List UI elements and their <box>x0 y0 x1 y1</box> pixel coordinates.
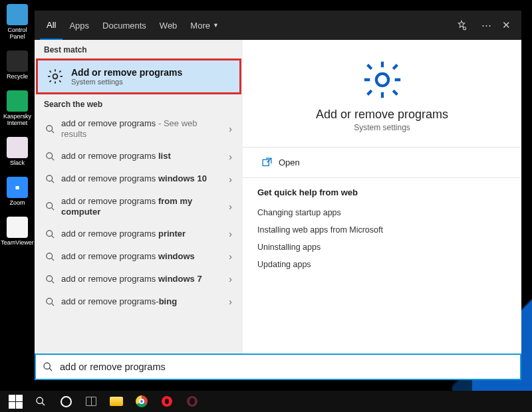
web-search-suggestion[interactable]: add or remove programs-bing › <box>35 290 243 313</box>
chrome-icon[interactable] <box>129 391 154 412</box>
svg-point-8 <box>46 275 52 281</box>
open-label: Open <box>279 157 300 167</box>
suggestion-text: add or remove programs windows 7 <box>61 274 225 284</box>
svg-point-0 <box>464 27 466 30</box>
desktop-icon-label: TeamViewer <box>1 239 33 246</box>
chevron-right-icon[interactable]: › <box>225 174 236 185</box>
app-icon <box>7 90 28 112</box>
open-icon <box>259 157 275 168</box>
tab-more[interactable]: More▼ <box>184 11 225 40</box>
file-explorer-icon[interactable] <box>104 391 129 412</box>
taskbar-search-icon[interactable] <box>28 391 53 412</box>
search-input[interactable] <box>60 361 520 372</box>
results-left-pane: Best match Add or remove programs System… <box>35 40 243 354</box>
tab-web[interactable]: Web <box>153 11 184 40</box>
app-icon <box>7 51 28 72</box>
search-icon <box>44 296 56 308</box>
svg-point-12 <box>44 363 50 369</box>
search-icon <box>44 173 56 185</box>
desktop-icon-label: Slack <box>10 159 25 166</box>
gear-icon <box>46 67 65 86</box>
svg-point-13 <box>37 397 43 403</box>
desktop-icon-label: Recycle <box>7 73 28 80</box>
svg-point-10 <box>376 74 388 86</box>
app-icon: ▪ <box>7 177 28 198</box>
tab-documents[interactable]: Documents <box>96 11 153 40</box>
desktop-icon[interactable]: ▪Zoom <box>3 177 32 206</box>
tab-label: All <box>47 20 56 30</box>
search-icon <box>44 201 56 213</box>
quick-help-link[interactable]: Uninstalling apps <box>257 239 507 256</box>
quick-help-heading: Get quick help from web <box>257 178 507 204</box>
close-icon[interactable]: ✕ <box>496 19 516 31</box>
suggestion-text: add or remove programs list <box>61 151 225 161</box>
cortana-icon[interactable] <box>53 391 78 412</box>
tab-apps[interactable]: Apps <box>63 11 96 40</box>
desktop-icon-label: Control Panel <box>3 27 32 40</box>
desktop-icon[interactable]: Kaspersky Internet <box>3 90 32 126</box>
web-search-suggestion[interactable]: add or remove programs from my computer … <box>35 191 243 223</box>
more-options-icon[interactable]: ⋯ <box>476 19 496 31</box>
best-match-title: Add or remove programs <box>71 67 182 78</box>
chevron-down-icon: ▼ <box>213 22 219 29</box>
web-search-suggestion[interactable]: add or remove programs windows 7 › <box>35 268 243 290</box>
suggestion-text: add or remove programs-bing <box>61 296 225 307</box>
suggestion-text: add or remove programs windows 10 <box>61 173 225 184</box>
svg-point-5 <box>46 203 52 209</box>
chevron-right-icon[interactable]: › <box>225 152 236 162</box>
chevron-right-icon[interactable]: › <box>225 124 236 134</box>
svg-point-3 <box>46 153 52 159</box>
app-icon <box>7 217 28 238</box>
best-match-result[interactable]: Add or remove programs System settings <box>36 58 241 94</box>
tab-all[interactable]: All <box>40 11 63 40</box>
open-action[interactable]: Open <box>257 148 507 177</box>
taskbar <box>0 391 532 412</box>
gear-icon <box>361 58 404 101</box>
chevron-right-icon[interactable]: › <box>225 229 236 239</box>
desktop-icon[interactable]: TeamViewer <box>3 217 32 246</box>
suggestion-text: add or remove programs - See web results <box>61 118 225 140</box>
tab-label: Apps <box>69 21 89 31</box>
chevron-right-icon[interactable]: › <box>225 201 236 212</box>
opera-icon[interactable] <box>154 391 180 412</box>
search-icon <box>44 228 56 240</box>
best-match-subtitle: System settings <box>71 78 182 86</box>
chevron-right-icon[interactable]: › <box>225 296 236 307</box>
best-match-label: Best match <box>35 40 243 58</box>
search-bar[interactable] <box>35 354 521 380</box>
app-icon <box>7 137 28 158</box>
details-right-pane: Add or remove programs System settings O… <box>243 40 521 354</box>
chevron-right-icon[interactable]: › <box>225 274 236 284</box>
search-icon <box>44 123 56 135</box>
desktop-icon[interactable]: Control Panel <box>3 4 32 40</box>
quick-help-link[interactable]: Installing web apps from Microsoft <box>257 221 507 239</box>
suggestion-text: add or remove programs printer <box>61 229 225 239</box>
web-search-suggestion[interactable]: add or remove programs windows › <box>35 245 243 268</box>
desktop-icon[interactable]: Recycle <box>3 51 32 80</box>
quick-help-link[interactable]: Updating apps <box>257 256 507 273</box>
web-search-suggestion[interactable]: add or remove programs - See web results… <box>35 113 243 146</box>
web-search-suggestion[interactable]: add or remove programs printer › <box>35 223 243 245</box>
web-search-label: Search the web <box>35 94 243 113</box>
start-button[interactable] <box>3 391 28 412</box>
desktop-icon[interactable]: Slack <box>3 137 32 166</box>
search-icon <box>44 251 56 262</box>
task-view-icon[interactable] <box>78 391 104 412</box>
tab-label: More <box>190 21 210 31</box>
svg-point-9 <box>46 298 52 304</box>
svg-point-1 <box>53 74 58 79</box>
suggestion-text: add or remove programs from my computer <box>61 196 225 218</box>
svg-point-6 <box>46 230 52 236</box>
web-search-suggestion[interactable]: add or remove programs list › <box>35 146 243 168</box>
search-icon <box>44 151 56 163</box>
search-tabs: AllAppsDocumentsWebMore▼ ⋯ ✕ <box>35 11 521 40</box>
quick-help-link[interactable]: Changing startup apps <box>257 204 507 221</box>
feedback-icon[interactable] <box>456 20 476 31</box>
chevron-right-icon[interactable]: › <box>225 251 236 262</box>
opera-gx-icon[interactable] <box>180 391 205 412</box>
desktop-icon-label: Zoom <box>9 199 25 206</box>
svg-point-7 <box>46 253 52 258</box>
web-search-suggestion[interactable]: add or remove programs windows 10 › <box>35 168 243 191</box>
suggestion-text: add or remove programs windows <box>61 251 225 262</box>
svg-rect-11 <box>263 159 269 165</box>
